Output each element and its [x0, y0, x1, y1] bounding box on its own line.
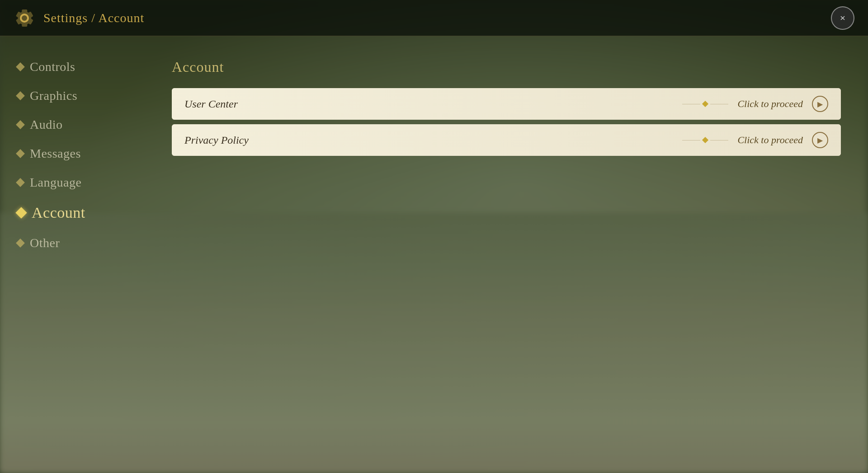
nav-diamond-icon [16, 91, 25, 100]
settings-rows: User Center Click to proceed▶Privacy Pol… [172, 88, 841, 156]
sidebar-item-messages[interactable]: Messages [14, 141, 131, 166]
close-button[interactable]: × [831, 6, 854, 30]
sidebar-item-graphics[interactable]: Graphics [14, 83, 131, 108]
deco-line [710, 104, 728, 104]
nav-diamond-icon [16, 149, 25, 158]
nav-item-label: Audio [30, 117, 63, 132]
row-right: Click to proceed▶ [682, 96, 828, 112]
nav-item-label: Graphics [30, 89, 77, 103]
nav-diamond-icon [16, 120, 25, 129]
row-proceed-text: Click to proceed [737, 134, 803, 146]
nav-item-label: Other [30, 236, 60, 250]
gear-icon [14, 7, 35, 29]
sidebar-item-other[interactable]: Other [14, 230, 131, 256]
row-decoration [682, 102, 728, 106]
nav-item-label: Language [30, 175, 81, 190]
nav-diamond-icon [16, 239, 25, 248]
row-arrow-icon: ▶ [812, 96, 828, 112]
main-content: ControlsGraphicsAudioMessagesLanguageAcc… [0, 36, 868, 473]
row-proceed-text: Click to proceed [737, 98, 803, 110]
settings-panel: Account User Center Click to proceed▶Pri… [145, 36, 868, 473]
settings-row-user-center[interactable]: User Center Click to proceed▶ [172, 88, 841, 120]
sidebar-item-account[interactable]: Account [14, 199, 131, 227]
deco-diamond-icon [702, 101, 708, 107]
row-right: Click to proceed▶ [682, 132, 828, 148]
nav-item-label: Controls [30, 60, 75, 74]
header-title: Settings / Account [43, 11, 144, 25]
nav-item-label: Messages [30, 146, 81, 161]
nav-diamond-icon [16, 62, 25, 71]
sidebar-item-controls[interactable]: Controls [14, 54, 131, 80]
settings-row-privacy-policy[interactable]: Privacy Policy Click to proceed▶ [172, 124, 841, 156]
deco-line [682, 104, 700, 104]
deco-line [682, 140, 700, 140]
nav-diamond-icon [16, 178, 25, 187]
sidebar-item-language[interactable]: Language [14, 170, 131, 195]
sidebar-item-audio[interactable]: Audio [14, 112, 131, 137]
header: Settings / Account × [0, 0, 868, 36]
section-title: Account [172, 59, 841, 75]
nav-diamond-icon [15, 207, 27, 218]
row-label: Privacy Policy [184, 134, 249, 146]
nav-item-label: Account [32, 204, 85, 221]
deco-diamond-icon [702, 137, 708, 143]
deco-line [710, 140, 728, 140]
row-decoration [682, 138, 728, 142]
row-label: User Center [184, 98, 238, 110]
sidebar: ControlsGraphicsAudioMessagesLanguageAcc… [0, 36, 145, 473]
row-arrow-icon: ▶ [812, 132, 828, 148]
